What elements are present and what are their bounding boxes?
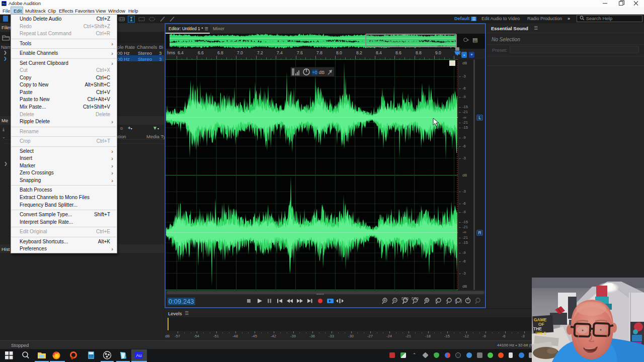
- svg-text:ƆRLD: ƆRLD: [535, 331, 546, 335]
- svg-text:Au: Au: [136, 353, 141, 358]
- svg-text:): ): [460, 298, 462, 303]
